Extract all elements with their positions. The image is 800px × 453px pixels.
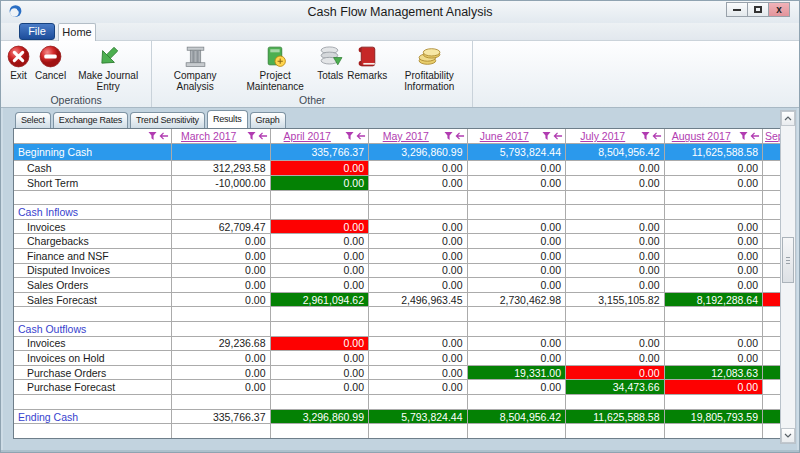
grid-cell[interactable] <box>665 424 764 438</box>
grid-cell[interactable]: 0.00 <box>369 249 468 263</box>
grid-cell[interactable]: 11,625,588.58 <box>566 410 665 424</box>
grid-cell[interactable] <box>763 249 781 263</box>
grid-cell[interactable]: 0.00 <box>665 161 764 175</box>
grid-cell[interactable]: 0.00 <box>665 176 764 190</box>
month-link[interactable]: May 2017 <box>383 130 429 142</box>
grid-cell[interactable]: 0.00 <box>369 264 468 278</box>
grid-cell[interactable] <box>369 191 468 205</box>
grid-cell[interactable]: 0.00 <box>271 380 370 394</box>
grid-cell[interactable] <box>468 205 567 219</box>
row-label[interactable]: Cash Outflows <box>14 322 172 336</box>
grid-cell[interactable]: 0.00 <box>271 264 370 278</box>
grid-cell[interactable] <box>763 205 781 219</box>
grid-cell[interactable]: 0.00 <box>369 351 468 365</box>
filter-icon[interactable] <box>247 132 256 141</box>
filter-icon[interactable] <box>345 132 354 141</box>
grid-cell[interactable]: -10,000.00 <box>172 176 271 190</box>
row-label[interactable] <box>14 191 172 205</box>
grid-cell[interactable]: 0.00 <box>468 220 567 234</box>
grid-cell[interactable]: 0.00 <box>172 234 271 248</box>
tab-results[interactable]: Results <box>207 110 248 128</box>
grid-cell[interactable]: 3,155,105.82 <box>566 293 665 307</box>
grid-cell[interactable] <box>468 424 567 438</box>
grid-cell[interactable]: 0.00 <box>566 249 665 263</box>
arrow-left-icon[interactable] <box>750 132 760 141</box>
grid-cell[interactable]: 0.00 <box>172 264 271 278</box>
filter-icon[interactable] <box>641 132 650 141</box>
row-label[interactable]: Cash Inflows <box>14 205 172 219</box>
grid-cell[interactable]: 34,473.66 <box>566 380 665 394</box>
grid-cell[interactable]: 62,709.47 <box>172 220 271 234</box>
arrow-left-icon[interactable] <box>553 132 563 141</box>
filter-icon[interactable] <box>148 132 157 141</box>
filter-icon[interactable] <box>542 132 551 141</box>
row-label[interactable]: Beginning Cash <box>14 144 172 160</box>
cancel-button[interactable]: Cancel <box>33 43 68 83</box>
grid-cell[interactable] <box>172 191 271 205</box>
grid-cell[interactable] <box>369 205 468 219</box>
grid-cell[interactable]: 3,296,860.99 <box>271 410 370 424</box>
grid-cell[interactable] <box>468 322 567 336</box>
row-label[interactable]: Purchase Forecast <box>14 380 172 394</box>
make-journal-entry-button[interactable]: Make Journal Entry <box>68 43 148 93</box>
grid-cell[interactable]: 335,766.37 <box>271 144 370 160</box>
grid-cell[interactable] <box>271 191 370 205</box>
month-link[interactable]: July 2017 <box>580 130 625 142</box>
home-tab[interactable]: Home <box>58 23 96 41</box>
arrow-left-icon[interactable] <box>159 132 169 141</box>
grid-cell[interactable]: 0.00 <box>468 264 567 278</box>
maximize-button[interactable] <box>747 2 769 17</box>
grid-cell[interactable] <box>763 234 781 248</box>
grid-cell[interactable] <box>763 424 781 438</box>
grid-cell[interactable] <box>763 322 781 336</box>
grid-cell[interactable] <box>763 278 781 292</box>
grid-cell[interactable] <box>763 191 781 205</box>
grid-cell[interactable]: 0.00 <box>665 380 764 394</box>
grid-cell[interactable]: 8,192,288.64 <box>665 293 764 307</box>
grid-cell[interactable] <box>763 220 781 234</box>
row-label[interactable]: Ending Cash <box>14 410 172 424</box>
grid-cell[interactable]: 8,504,956.42 <box>468 410 567 424</box>
grid-cell[interactable]: 0.00 <box>468 161 567 175</box>
grid-cell[interactable]: 0.00 <box>172 249 271 263</box>
grid-cell[interactable]: 335,766.37 <box>172 410 271 424</box>
grid-cell[interactable]: 0.00 <box>172 278 271 292</box>
grid-cell[interactable]: 0.00 <box>369 278 468 292</box>
grid-cell[interactable]: 0.00 <box>271 351 370 365</box>
grid-cell[interactable]: 0.00 <box>566 351 665 365</box>
grid-cell[interactable]: 0.00 <box>369 234 468 248</box>
grid-cell[interactable] <box>566 191 665 205</box>
row-label[interactable] <box>14 424 172 438</box>
grid-cell[interactable]: 0.00 <box>566 161 665 175</box>
grid-cell[interactable]: 0.00 <box>566 234 665 248</box>
grid-cell[interactable] <box>763 380 781 394</box>
grid-cell[interactable] <box>271 307 370 321</box>
month-link[interactable]: June 2017 <box>480 130 529 142</box>
grid-cell[interactable] <box>566 307 665 321</box>
row-label[interactable]: Purchase Orders <box>14 366 172 380</box>
grid-cell[interactable]: 0.00 <box>566 337 665 351</box>
scroll-down-button[interactable] <box>781 428 795 443</box>
grid-cell[interactable]: 0.00 <box>566 220 665 234</box>
grid-cell[interactable] <box>763 410 781 424</box>
grid-cell[interactable]: 0.00 <box>369 366 468 380</box>
grid-cell[interactable]: 0.00 <box>271 234 370 248</box>
grid-cell[interactable] <box>566 424 665 438</box>
project-maintenance-button[interactable]: Project Maintenance <box>235 43 315 93</box>
profitability-information-button[interactable]: Profitability Information <box>389 43 469 93</box>
grid-cell[interactable]: 5,793,824.44 <box>369 410 468 424</box>
grid-cell[interactable] <box>763 161 781 175</box>
grid-cell[interactable] <box>172 322 271 336</box>
tab-select[interactable]: Select <box>15 112 51 128</box>
grid-cell[interactable]: 3,296,860.99 <box>369 144 468 160</box>
grid-cell[interactable] <box>271 424 370 438</box>
grid-cell[interactable] <box>763 337 781 351</box>
grid-cell[interactable]: 0.00 <box>665 337 764 351</box>
month-link[interactable]: April 2017 <box>284 130 331 142</box>
grid-cell[interactable] <box>172 395 271 409</box>
grid-cell[interactable] <box>566 205 665 219</box>
grid-cell[interactable] <box>763 144 781 160</box>
grid-cell[interactable]: 0.00 <box>566 176 665 190</box>
grid-cell[interactable]: 0.00 <box>468 278 567 292</box>
filter-icon[interactable] <box>444 132 453 141</box>
